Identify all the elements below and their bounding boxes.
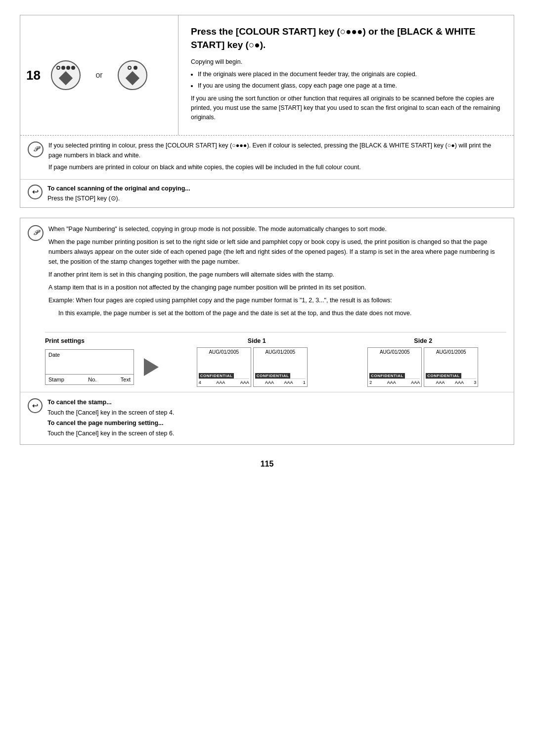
note-icon: 𝒫 xyxy=(28,142,44,157)
page4-aaa1: AAA xyxy=(216,380,225,385)
cancel-page-label: To cancel the page numbering setting... xyxy=(47,420,164,426)
mid-note2: When the page number printing position i… xyxy=(48,237,506,267)
colour-key-circle xyxy=(51,60,81,90)
page4-aaa2: AAA xyxy=(240,380,249,385)
mid-note5: Example: When four pages are copied usin… xyxy=(48,295,506,305)
dot-filled-2 xyxy=(66,66,70,70)
page2-footer: 2 AAA AAA xyxy=(369,378,420,385)
colour-key-icon xyxy=(51,60,81,90)
ps-date-label: Date xyxy=(48,352,60,358)
colour-key-inner xyxy=(56,66,75,84)
bullet-1: If the originals were placed in the docu… xyxy=(198,70,501,79)
step-right: Press the [COLOUR START] key (○●●●) or t… xyxy=(178,15,514,135)
bw-key-circle xyxy=(118,60,147,90)
diagram-spacer xyxy=(144,337,174,344)
page2-aaa1: AAA xyxy=(387,380,396,385)
page3-date: AUG/01/2005 xyxy=(426,349,476,355)
mid-inner: 𝒫 When "Page Numbering" is selected, cop… xyxy=(20,218,514,327)
page1-pg: 1 xyxy=(303,380,306,385)
bw-dot-filled xyxy=(134,66,137,70)
ps-stamp-label: Stamp xyxy=(48,377,64,382)
diagram-area: Print settings Side 1 Side 2 Date Stamp … xyxy=(45,332,506,387)
pages-area: AUG/01/2005 CONFIDENTIAL 4 AAA AAA xyxy=(169,347,506,387)
side1-header: Side 1 xyxy=(174,337,340,344)
mid-note6-indent: In this example, the page number is set … xyxy=(58,308,506,318)
page2-date: AUG/01/2005 xyxy=(369,349,420,355)
cancel-page-instruction: Touch the [Cancel] key in the screen of … xyxy=(47,430,174,437)
page3-footer: AAA AAA 3 xyxy=(426,378,476,385)
step-title: Press the [COLOUR START] key (○●●●) or t… xyxy=(191,25,501,51)
page1-aaa1: AAA xyxy=(265,380,274,385)
ps-date-row: Date xyxy=(45,350,134,375)
page4-date: AUG/01/2005 xyxy=(199,349,249,355)
bw-dot-empty xyxy=(128,66,132,70)
colour-key-diamond xyxy=(59,71,73,85)
mid-note3: If another print item is set in this cha… xyxy=(48,270,506,280)
bw-key-inner xyxy=(127,66,138,84)
mid-note4: A stamp item that is in a position not a… xyxy=(48,283,506,292)
diagram-headers: Print settings Side 1 Side 2 xyxy=(45,337,506,344)
arrow-right-icon xyxy=(144,358,159,376)
side2-header: Side 2 xyxy=(340,337,507,344)
diagram-row: Date Stamp No. Text xyxy=(45,347,506,387)
mid-note-icon: 𝒫 xyxy=(28,225,44,241)
bottom-cancel-section: ↩ To cancel the stamp... Touch the [Canc… xyxy=(20,392,514,444)
cancel-text: To cancel scanning of the original and c… xyxy=(47,184,190,203)
top-main-row: 18 xyxy=(20,15,514,136)
ps-stamp-row: Stamp No. Text xyxy=(45,375,134,384)
arrow-box xyxy=(139,358,164,376)
dot-filled-3 xyxy=(71,66,75,70)
page-number: 115 xyxy=(0,445,534,478)
dot-filled-1 xyxy=(61,66,65,70)
cancel-icon: ↩ xyxy=(28,185,43,199)
print-settings-header: Print settings xyxy=(45,337,144,344)
bw-dots-top xyxy=(128,66,137,70)
cancel-row: ↩ To cancel scanning of the original and… xyxy=(20,180,514,207)
cancel-stamp-instruction: Touch the [Cancel] key in the screen of … xyxy=(47,409,174,416)
bw-key-icon xyxy=(118,60,147,90)
page3-aaa1: AAA xyxy=(436,380,445,385)
page3-stamp: CONFIDENTIAL xyxy=(426,373,461,378)
step-left: 18 xyxy=(20,15,178,135)
page1-aaa2: AAA xyxy=(284,380,293,385)
note2: If page numbers are printed in colour on… xyxy=(48,162,506,172)
cancel-label: To cancel scanning of the original and c… xyxy=(47,185,190,192)
dot-empty-1 xyxy=(56,66,60,70)
step-number: 18 xyxy=(26,67,41,83)
page1-stamp: CONFIDENTIAL xyxy=(255,373,291,378)
page1-date: AUG/01/2005 xyxy=(255,349,306,355)
step-note-row: 𝒫 If you selected printing in colour, pr… xyxy=(20,136,514,180)
page4-num: 4 xyxy=(199,380,201,385)
page4-stamp: CONFIDENTIAL xyxy=(199,373,234,378)
cancel-stamp-label: To cancel the stamp... xyxy=(47,399,112,406)
page1-footer: AAA AAA 1 xyxy=(255,378,306,385)
colour-dots-top xyxy=(56,66,75,70)
page2-stamp: CONFIDENTIAL xyxy=(369,373,405,378)
mid-section: 𝒫 When "Page Numbering" is selected, cop… xyxy=(20,218,514,445)
mid-content: When "Page Numbering" is selected, copyi… xyxy=(48,224,506,321)
page3-pg: 3 xyxy=(474,380,476,385)
side1-group: AUG/01/2005 CONFIDENTIAL 4 AAA AAA xyxy=(169,347,336,387)
page-box-2: AUG/01/2005 CONFIDENTIAL 2 AAA AAA xyxy=(367,347,422,387)
or-label: or xyxy=(95,71,102,80)
page2-num: 2 xyxy=(369,380,372,385)
page-box-3: AUG/01/2005 CONFIDENTIAL AAA AAA 3 xyxy=(424,347,478,387)
page4-footer: 4 AAA AAA xyxy=(199,378,249,385)
block-text: If you are using the sort function or ot… xyxy=(191,94,501,122)
note1: If you selected printing in colour, pres… xyxy=(48,141,506,160)
page2-aaa2: AAA xyxy=(411,380,420,385)
bottom-cancel-icon: ↩ xyxy=(28,398,43,413)
side2-group: AUG/01/2005 CONFIDENTIAL 2 AAA AAA xyxy=(340,347,507,387)
copying-begin: Copying will begin. xyxy=(191,57,501,67)
page-box-1: AUG/01/2005 CONFIDENTIAL AAA AAA 1 xyxy=(253,347,308,387)
page3-aaa2: AAA xyxy=(455,380,464,385)
bullet-2: If you are using the document glass, cop… xyxy=(198,81,501,91)
page-box-4: AUG/01/2005 CONFIDENTIAL 4 AAA AAA xyxy=(197,347,251,387)
note-text-container: If you selected printing in colour, pres… xyxy=(48,141,506,174)
step-bullets: If the originals were placed in the docu… xyxy=(198,70,501,91)
mid-note1: When "Page Numbering" is selected, copyi… xyxy=(48,224,506,234)
bw-key-diamond xyxy=(125,71,139,85)
print-settings-box: Date Stamp No. Text xyxy=(45,349,134,385)
ps-text-label: Text xyxy=(121,377,131,382)
cancel-instruction: Press the [STOP] key (⊙). xyxy=(47,195,120,202)
